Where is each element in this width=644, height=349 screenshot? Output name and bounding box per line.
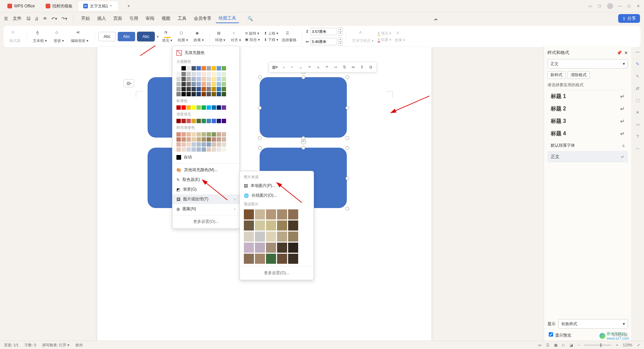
menu-start[interactable]: 开始 <box>78 14 93 23</box>
color-swatch[interactable] <box>197 87 201 91</box>
distribute-h-icon[interactable]: ⇿ <box>332 64 339 70</box>
texture-swatch[interactable] <box>288 254 298 264</box>
display-filter-dropdown[interactable]: 有效样式▾ <box>558 319 628 329</box>
handle2-tr[interactable] <box>345 146 349 150</box>
view-focus-icon[interactable]: ◪ <box>570 343 573 347</box>
fit-page-icon[interactable]: ⤢ <box>637 343 640 347</box>
style-outline[interactable]: Abc <box>98 32 116 41</box>
color-swatch[interactable] <box>197 119 201 123</box>
style-more-icon[interactable]: ▾ <box>157 34 159 39</box>
color-swatch[interactable] <box>222 142 226 147</box>
reader-icon[interactable]: ▭ <box>588 4 593 8</box>
color-swatch[interactable] <box>176 105 181 110</box>
align-bottom-icon[interactable]: ⫩ <box>324 64 330 70</box>
effect-button[interactable]: ◉效果 ▾ <box>192 31 206 43</box>
word-count[interactable]: 字数: 0 <box>24 343 36 348</box>
minimize-icon[interactable]: — <box>618 4 623 8</box>
tab-docer-template[interactable]: 找稻壳模板 <box>41 1 77 11</box>
texture-grid[interactable] <box>240 208 314 265</box>
handle2-mr[interactable] <box>345 177 349 180</box>
clear-format-button[interactable]: 清除格式 <box>568 71 590 79</box>
handle-mr[interactable] <box>345 106 349 110</box>
tab-document[interactable]: W文字文稿1• <box>78 1 118 11</box>
menu-insert[interactable]: 插入 <box>95 14 109 23</box>
color-swatch[interactable] <box>176 87 181 91</box>
style-heading-1[interactable]: 标题 1↵ <box>547 90 628 103</box>
color-swatch[interactable] <box>207 137 211 142</box>
nav-pane-icon[interactable]: ▭ <box>636 122 640 127</box>
align-right-icon[interactable]: ⫠ <box>298 64 304 70</box>
handle2-tl[interactable] <box>258 146 262 150</box>
height-input[interactable] <box>310 28 337 35</box>
color-swatch[interactable] <box>186 119 191 123</box>
color-swatch[interactable] <box>192 142 196 147</box>
color-swatch[interactable] <box>207 142 211 147</box>
color-swatch[interactable] <box>222 77 226 81</box>
align-top-icon[interactable]: ⫧ <box>306 64 313 70</box>
color-swatch[interactable] <box>197 82 201 86</box>
redo-icon[interactable]: ↷▾ <box>61 16 67 21</box>
style-default-font[interactable]: 默认段落字体a <box>547 140 628 151</box>
clipboard-pane-icon[interactable]: ⇄ <box>636 86 639 91</box>
color-swatch[interactable] <box>217 92 221 96</box>
menu-icon[interactable]: ☰ <box>4 16 8 21</box>
color-swatch[interactable] <box>222 92 226 96</box>
color-swatch[interactable] <box>192 137 196 142</box>
color-swatch[interactable] <box>181 87 186 91</box>
color-swatch[interactable] <box>217 132 221 137</box>
menu-drawing-tools[interactable]: 绘图工具 <box>216 14 239 23</box>
color-swatch[interactable] <box>222 82 226 86</box>
color-swatch[interactable] <box>186 87 191 91</box>
texture-swatch[interactable] <box>244 254 254 264</box>
style-heading-2[interactable]: 标题 2↵ <box>547 103 628 115</box>
view-options-button[interactable]: ▥ ▾ <box>123 79 134 87</box>
color-swatch[interactable] <box>212 142 216 147</box>
color-swatch[interactable] <box>197 137 201 142</box>
color-swatch[interactable] <box>207 82 211 86</box>
color-swatch[interactable] <box>176 72 181 76</box>
more-texture-settings[interactable]: 更多设置(O)... <box>240 268 314 278</box>
select-pane-icon[interactable]: ↖ <box>636 74 639 79</box>
texture-swatch[interactable] <box>277 209 287 219</box>
color-swatch[interactable] <box>202 142 206 147</box>
menu-page[interactable]: 页面 <box>111 14 125 23</box>
color-swatch[interactable] <box>192 82 196 86</box>
view-web-icon[interactable]: ▦ <box>554 343 557 347</box>
spellcheck-status[interactable]: 拼写检查: 打开 ▾ <box>42 343 69 348</box>
more-layout-icon[interactable]: ⧉ <box>367 64 374 70</box>
print-preview-icon[interactable]: 👁 <box>43 16 47 21</box>
handle-tl[interactable] <box>258 76 262 79</box>
handle-tm[interactable] <box>302 76 305 79</box>
color-swatch[interactable] <box>212 66 216 70</box>
color-swatch[interactable] <box>222 66 226 70</box>
color-swatch[interactable] <box>212 77 216 81</box>
height-up[interactable]: ▴ <box>338 28 342 32</box>
color-swatch[interactable] <box>197 147 201 152</box>
color-swatch[interactable] <box>186 66 191 70</box>
color-swatch[interactable] <box>192 92 196 96</box>
zoom-slider[interactable] <box>584 345 611 346</box>
more-pane-icon[interactable]: ⋯ <box>636 146 640 151</box>
color-swatch[interactable] <box>176 132 181 137</box>
maximize-icon[interactable]: ◻ <box>627 4 632 8</box>
color-swatch[interactable] <box>192 105 196 110</box>
color-swatch[interactable] <box>217 105 221 110</box>
style-heading-4[interactable]: 标题 4↵ <box>547 128 628 140</box>
no-fill-item[interactable]: 无填充颜色 <box>172 48 239 58</box>
color-swatch[interactable] <box>212 137 216 142</box>
undo-icon[interactable]: ↶▾ <box>51 16 57 21</box>
color-swatch[interactable] <box>181 105 186 110</box>
more-colors-item[interactable]: 🎨其他填充颜色(M)... <box>172 165 239 175</box>
color-swatch[interactable] <box>176 92 181 96</box>
texture-swatch[interactable] <box>277 232 287 242</box>
texture-swatch[interactable] <box>255 254 265 264</box>
color-swatch[interactable] <box>197 66 201 70</box>
color-swatch[interactable] <box>217 72 221 76</box>
width-down[interactable]: ▾ <box>338 42 342 46</box>
color-swatch[interactable] <box>202 105 206 110</box>
color-swatch[interactable] <box>186 142 191 147</box>
standard-colors-grid[interactable] <box>172 105 239 110</box>
color-swatch[interactable] <box>212 147 216 152</box>
color-swatch[interactable] <box>222 132 226 137</box>
color-swatch[interactable] <box>181 92 186 96</box>
